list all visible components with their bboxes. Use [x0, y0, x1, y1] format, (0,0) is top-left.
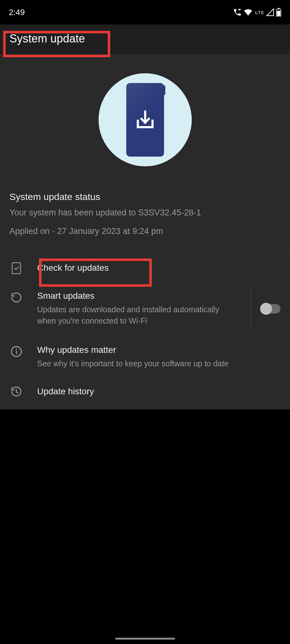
menu-list: Check for updates Smart updates Updates … [0, 250, 290, 409]
wifi-icon [244, 8, 253, 17]
page-title: System update [9, 32, 281, 45]
content: System update status Your system has bee… [0, 54, 290, 409]
status-version-line: Your system has been updated to S3SV32.4… [9, 206, 281, 219]
auto-update-icon [9, 291, 23, 304]
svg-rect-3 [12, 263, 21, 274]
download-icon [134, 109, 156, 131]
toggle-knob [260, 303, 272, 315]
menu-item-why-updates[interactable]: Why updates matter See why it's importan… [0, 336, 290, 377]
smart-updates-toggle[interactable] [260, 304, 281, 314]
phone-illustration [126, 83, 164, 157]
network-type-label: LTE [255, 10, 264, 15]
menu-item-smart-updates[interactable]: Smart updates Updates are downloaded and… [0, 282, 290, 336]
status-time: 2:49 [9, 8, 25, 17]
status-applied-line: Applied on - 27 January 2023 at 9:24 pm [9, 225, 281, 238]
svg-point-6 [16, 349, 17, 350]
status-icons: LTE [233, 8, 281, 17]
toggle-divider [251, 290, 281, 328]
menu-title: Smart updates [37, 290, 247, 302]
menu-subtitle: See why it's important to keep your soft… [37, 358, 229, 369]
menu-title: Update history [37, 386, 281, 397]
menu-subtitle: Updates are downloaded and installed aut… [37, 304, 229, 327]
status-heading: System update status [9, 192, 281, 202]
status-bar: 2:49 LTE [0, 0, 290, 25]
menu-item-check-updates[interactable]: Check for updates [0, 254, 290, 282]
wifi-calling-icon [233, 8, 242, 17]
menu-item-update-history[interactable]: Update history [0, 377, 290, 405]
menu-title: Why updates matter [37, 344, 281, 356]
svg-rect-2 [277, 11, 281, 16]
svg-rect-1 [278, 8, 280, 9]
hero-illustration [0, 54, 290, 182]
hero-circle [99, 73, 192, 166]
status-section: System update status Your system has bee… [0, 182, 290, 250]
cellular-signal-icon [266, 8, 274, 16]
battery-icon [276, 8, 281, 17]
page-header: System update [0, 25, 290, 54]
history-icon [9, 385, 23, 398]
menu-title: Check for updates [37, 262, 281, 274]
navigation-handle[interactable] [115, 638, 175, 640]
device-check-icon [9, 261, 23, 275]
info-icon [9, 345, 23, 358]
